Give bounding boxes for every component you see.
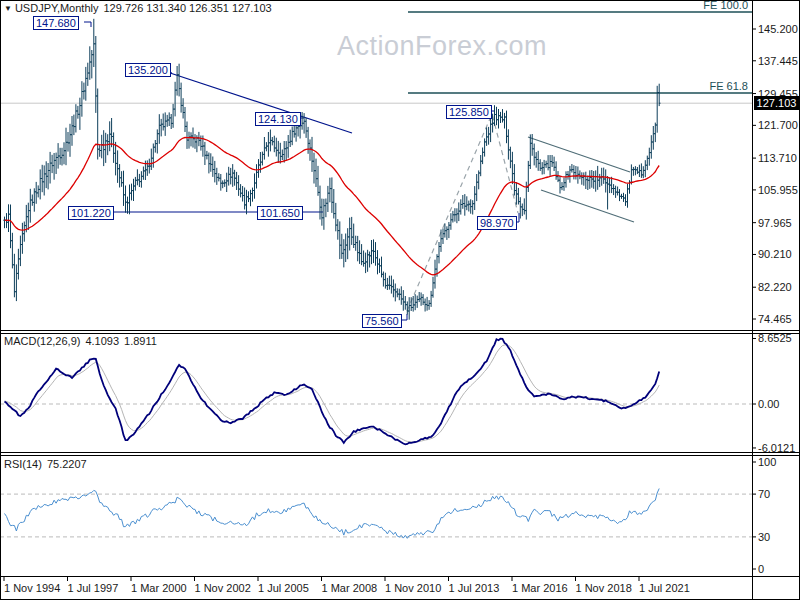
macd-main-value: 4.1093 [85,335,119,347]
price-axis-label[interactable]: 74.465 [758,313,792,325]
symbol-label: USDJPY,Monthly [15,2,99,14]
price-bars [5,19,660,320]
time-axis-label[interactable]: 1 Nov 2002 [195,582,251,594]
trendline-channel-upper[interactable] [528,137,630,172]
price-annotation-label[interactable]: 101.220 [68,206,114,220]
price-annotation-label[interactable]: 75.560 [362,314,402,328]
time-axis-label[interactable]: 1 Mar 2000 [131,582,187,594]
price-annotation-label[interactable]: 147.680 [33,16,79,30]
price-annotation-label[interactable]: 101.650 [257,206,303,220]
time-axis-label[interactable]: 1 Jul 1997 [68,582,119,594]
time-axis-label[interactable]: 1 Nov 1994 [4,582,60,594]
rsi-line [5,489,660,539]
macd-name: MACD(12,26,9) [4,335,80,347]
price-axis-label[interactable]: 113.710 [758,152,797,164]
expand-symbol-icon[interactable]: ▼ [4,4,12,13]
trendline-zigzag-dashed[interactable] [407,114,518,311]
current-price-badge: 127.103 [754,96,799,110]
symbol-info-bar: ▼USDJPY,Monthly129.726 131.340 126.351 1… [4,2,272,14]
ohlc-values: 129.726 131.340 126.351 127.103 [103,2,271,14]
time-axis-label[interactable]: 1 Nov 2018 [576,582,632,594]
rsi-axis-label[interactable]: 0 [758,563,764,575]
macd-axis-label[interactable]: -6.0121 [758,442,795,454]
rsi-axis-label[interactable]: 70 [758,488,770,500]
trendline-channel-lower[interactable] [541,190,634,222]
price-annotation-label[interactable]: 124.130 [255,112,301,126]
price-axis-label[interactable]: 97.965 [758,217,792,229]
rsi-name: RSI(14) [4,458,42,470]
price-axis-label[interactable]: 90.210 [758,248,792,260]
rsi-axis-label[interactable]: 100 [758,456,776,468]
macd-signal-line [5,345,660,442]
price-axis-label[interactable]: 145.200 [758,23,798,35]
price-annotation-label[interactable]: 98.970 [477,216,517,230]
rsi-axis-label[interactable]: 30 [758,531,770,543]
time-axis-label[interactable]: 1 Jul 2005 [258,582,309,594]
rsi-indicator-label: RSI(14)75.2207 [4,458,87,470]
chart-canvas[interactable]: FE 100.0FE 61.8145.200137.445129.455121.… [0,0,800,600]
price-axis-label[interactable]: 82.220 [758,281,792,293]
time-axis-label[interactable]: 1 Nov 2010 [385,582,441,594]
price-axis-label[interactable]: 105.955 [758,184,798,196]
time-axis-label[interactable]: 1 Jul 2021 [639,582,690,594]
time-axis-label[interactable]: 1 Mar 2016 [512,582,568,594]
time-axis-label[interactable]: 1 Jul 2013 [449,582,500,594]
price-axis-label[interactable]: 121.700 [758,119,798,131]
macd-axis-label[interactable]: 8.6525 [758,332,792,344]
macd-indicator-label: MACD(12,26,9)4.10931.8911 [4,335,157,347]
macd-main-line [5,339,660,445]
chart-window: { "window": { "symbol_label": "USDJPY,Mo… [0,0,800,600]
macd-signal-value: 1.8911 [124,335,157,347]
macd-axis-label[interactable]: 0.00 [758,398,779,410]
fib-level-label: FE 100.0 [703,0,748,11]
rsi-main-value: 75.2207 [47,458,87,470]
fib-level-label: FE 61.8 [709,80,748,92]
price-annotation-label[interactable]: 135.200 [125,63,171,77]
price-axis-label[interactable]: 137.445 [758,55,798,67]
price-annotation-label[interactable]: 125.850 [446,105,492,119]
time-axis-label[interactable]: 1 Mar 2008 [322,582,378,594]
